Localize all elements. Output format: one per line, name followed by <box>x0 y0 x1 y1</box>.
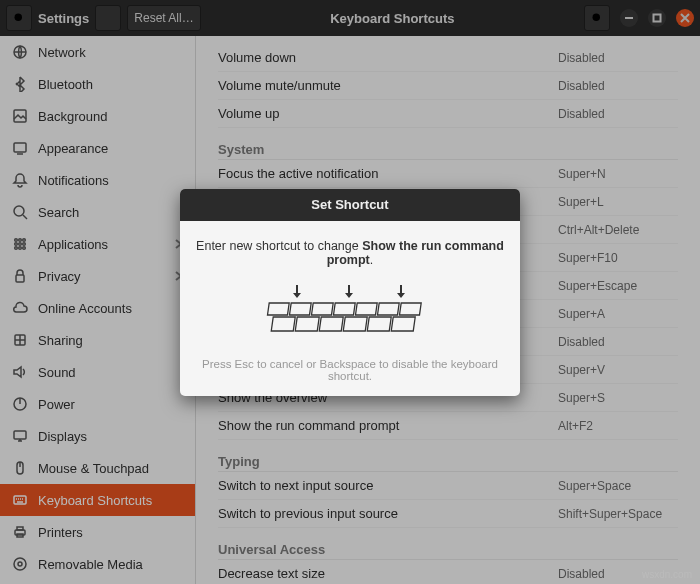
svg-rect-31 <box>356 303 378 315</box>
dialog-title: Set Shortcut <box>180 189 520 221</box>
svg-rect-32 <box>378 303 400 315</box>
watermark: wsxdn.com <box>642 569 692 580</box>
svg-rect-34 <box>271 317 295 331</box>
dialog-hint: Press Esc to cancel or Backspace to disa… <box>194 358 506 382</box>
dialog-prompt: Enter new shortcut to change Show the ru… <box>194 239 506 267</box>
svg-rect-37 <box>343 317 367 331</box>
svg-rect-39 <box>391 317 415 331</box>
svg-rect-38 <box>367 317 391 331</box>
svg-rect-28 <box>290 303 312 315</box>
prompt-prefix: Enter new shortcut to change <box>196 239 362 253</box>
svg-rect-29 <box>312 303 334 315</box>
svg-rect-27 <box>268 303 290 315</box>
svg-rect-30 <box>334 303 356 315</box>
dialog-body: Enter new shortcut to change Show the ru… <box>180 221 520 396</box>
modal-overlay[interactable]: Set Shortcut Enter new shortcut to chang… <box>0 0 700 584</box>
svg-rect-35 <box>295 317 319 331</box>
svg-rect-33 <box>400 303 422 315</box>
keyboard-illustration <box>260 283 440 341</box>
set-shortcut-dialog: Set Shortcut Enter new shortcut to chang… <box>180 189 520 396</box>
svg-rect-36 <box>319 317 343 331</box>
prompt-suffix: . <box>370 253 373 267</box>
